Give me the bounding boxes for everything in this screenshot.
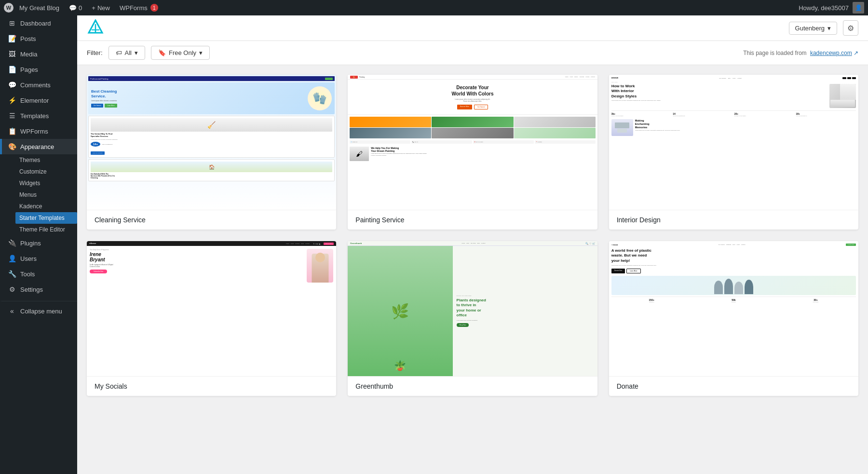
gutenberg-button[interactable]: Gutenberg ▾	[789, 22, 837, 35]
new-btn[interactable]: + New	[88, 3, 114, 13]
sidebar-label-widgets: Widgets	[19, 180, 40, 187]
filter-free-only-button[interactable]: 🔖 Free Only ▾	[151, 46, 210, 60]
dashboard-icon: ⊞	[8, 19, 16, 27]
filter-free-only-label: Free Only	[169, 49, 196, 56]
sidebar-label-plugins: Plugins	[20, 240, 41, 247]
comment-icon: 💬	[69, 4, 77, 12]
sidebar-item-media[interactable]: 🖼 Media	[0, 46, 77, 62]
sidebar-item-elementor[interactable]: ⚡ Elementor	[0, 93, 77, 108]
settings-icon: ⚙	[8, 285, 16, 293]
sidebar-label-elementor: Elementor	[20, 97, 49, 104]
wpforms-label: WPForms	[120, 4, 148, 12]
template-card-cleaning-service[interactable]: Professional Painting Best CleaningServi…	[87, 75, 336, 230]
filter-info-link[interactable]: kadencewp.com	[810, 50, 852, 56]
sidebar-label-templates: Templates	[20, 112, 49, 120]
sidebar-item-settings[interactable]: ⚙ Settings	[0, 282, 77, 297]
sidebar: ⊞ Dashboard 📝 Posts 🖼 Media 📄 Pages 💬 Co…	[0, 15, 77, 474]
template-card-interior-design[interactable]: INTERIOR Our Services Blog About Contact	[609, 75, 858, 230]
users-icon: 👤	[8, 255, 16, 262]
sidebar-item-templates[interactable]: ☰ Templates	[0, 108, 77, 123]
sidebar-item-themes[interactable]: Themes	[15, 154, 77, 166]
sidebar-item-pages[interactable]: 📄 Pages	[0, 62, 77, 77]
header-right: Gutenberg ▾ ⚙	[789, 20, 858, 36]
collapse-icon: «	[8, 307, 16, 315]
sidebar-label-themes: Themes	[19, 157, 40, 163]
template-card-greenthumb[interactable]: Greenthumb Home Shop Our Store Blog Cont…	[348, 241, 597, 396]
wpforms-badge: 1	[150, 4, 158, 12]
template-preview-interior: INTERIOR Our Services Blog About Contact	[609, 75, 858, 210]
chevron-down-icon: ▾	[135, 49, 138, 56]
sidebar-item-theme-file-editor[interactable]: Theme File Editor	[15, 224, 77, 235]
template-card-my-socials[interactable]: influencer Home About Portfolio Work Con…	[87, 241, 336, 396]
comments-count: 0	[79, 4, 82, 12]
sidebar-item-starter-templates[interactable]: Starter Templates	[15, 212, 77, 224]
template-label-cleaning: Cleaning Service	[87, 210, 336, 230]
template-label-interior: Interior Design	[609, 210, 858, 230]
sidebar-label-pages: Pages	[20, 66, 38, 73]
sidebar-item-posts[interactable]: 📝 Posts	[0, 31, 77, 46]
template-preview-donate: ✦ donate Our Mission Initiatives Blog Ab…	[609, 241, 858, 376]
main-content: Gutenberg ▾ ⚙ Filter: 🏷 All ▾ 🔖 Free Onl…	[77, 15, 868, 474]
templates-icon: ☰	[8, 112, 16, 120]
template-card-donate[interactable]: ✦ donate Our Mission Initiatives Blog Ab…	[609, 241, 858, 396]
kadence-logo-icon	[87, 19, 104, 37]
templates-area: Professional Painting Best CleaningServi…	[77, 65, 868, 474]
sidebar-label-tools: Tools	[20, 271, 35, 278]
templates-grid: Professional Painting Best CleaningServi…	[87, 75, 858, 396]
elementor-icon: ⚡	[8, 96, 16, 104]
sidebar-item-tools[interactable]: 🔧 Tools	[0, 266, 77, 282]
sidebar-label-customize: Customize	[19, 168, 47, 175]
comments-icon: 💬	[8, 81, 16, 89]
sidebar-item-comments[interactable]: 💬 Comments	[0, 77, 77, 93]
template-label-greenthumb: Greenthumb	[348, 376, 597, 396]
template-label-painting: Painting Service	[348, 210, 597, 230]
filter-label: Filter:	[87, 49, 103, 56]
tools-icon: 🔧	[8, 270, 16, 278]
sidebar-item-kadence[interactable]: Kadence	[15, 201, 77, 212]
template-preview-influencer: influencer Home About Portfolio Work Con…	[87, 241, 336, 376]
sidebar-item-dashboard[interactable]: ⊞ Dashboard	[0, 15, 77, 31]
wpforms-btn[interactable]: WPForms 1	[116, 3, 162, 13]
pages-icon: 📄	[8, 66, 16, 73]
plugin-logo	[87, 19, 104, 37]
gear-icon: ⚙	[847, 24, 854, 33]
top-bar-right: Howdy, dee35007 👤	[799, 2, 864, 14]
sidebar-item-plugins[interactable]: 🔌 Plugins	[0, 235, 77, 251]
sidebar-item-menus[interactable]: Menus	[15, 189, 77, 201]
sidebar-item-users[interactable]: 👤 Users	[0, 251, 77, 266]
sidebar-label-starter-templates: Starter Templates	[19, 215, 65, 221]
user-avatar[interactable]: 👤	[853, 2, 864, 14]
sidebar-item-wpforms[interactable]: 📋 WPForms	[0, 123, 77, 139]
template-preview-cleaning: Professional Painting Best CleaningServi…	[87, 75, 336, 210]
appearance-icon: 🎨	[8, 143, 16, 150]
sidebar-item-appearance[interactable]: 🎨 Appearance	[0, 139, 77, 154]
settings-gear-button[interactable]: ⚙	[843, 20, 858, 36]
sidebar-item-customize[interactable]: Customize	[15, 166, 77, 177]
wpforms-icon: 📋	[8, 127, 16, 135]
template-card-painting-service[interactable]: 🎨 Painting Home About Gallery Services P…	[348, 75, 597, 230]
template-preview-painting: 🎨 Painting Home About Gallery Services P…	[348, 75, 597, 210]
tag-icon: 🏷	[116, 49, 122, 56]
media-icon: 🖼	[8, 50, 16, 58]
wp-logo: W	[4, 3, 14, 13]
filter-bar: Filter: 🏷 All ▾ 🔖 Free Only ▾ This page …	[77, 41, 868, 65]
chevron-down-icon: ▾	[199, 49, 203, 56]
filter-all-button[interactable]: 🏷 All ▾	[108, 46, 145, 60]
template-preview-plants: Greenthumb Home Shop Our Store Blog Cont…	[348, 241, 597, 376]
top-bar: W My Great Blog 💬 0 + New WPForms 1 Howd…	[0, 0, 868, 15]
comments-btn[interactable]: 💬 0	[65, 3, 86, 13]
template-label-socials: My Socials	[87, 376, 336, 396]
sidebar-label-media: Media	[20, 51, 37, 58]
sidebar-label-collapse: Collapse menu	[20, 308, 62, 315]
sidebar-item-widgets[interactable]: Widgets	[15, 177, 77, 189]
posts-icon: 📝	[8, 35, 16, 42]
external-link-icon: ↗	[854, 50, 858, 56]
template-label-donate: Donate	[609, 376, 858, 396]
sidebar-item-collapse[interactable]: « Collapse menu	[0, 301, 77, 319]
appearance-submenu: Themes Customize Widgets Menus Kadence S…	[0, 154, 77, 235]
sidebar-label-settings: Settings	[20, 286, 43, 293]
bookmark-icon: 🔖	[158, 49, 166, 56]
howdy-text: Howdy, dee35007	[799, 4, 849, 12]
sidebar-label-theme-file-editor: Theme File Editor	[19, 226, 65, 233]
site-name-btn[interactable]: My Great Blog	[15, 3, 63, 13]
